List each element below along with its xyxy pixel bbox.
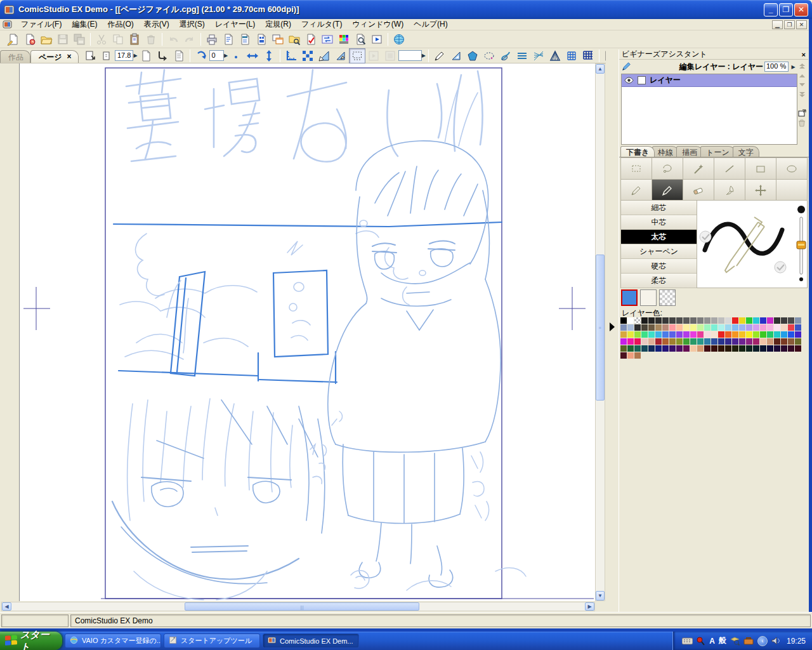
tab-page[interactable]: ページ×: [30, 50, 79, 63]
palette-swatch[interactable]: [620, 352, 627, 359]
palette-swatch[interactable]: [753, 331, 759, 338]
palette-swatch[interactable]: [739, 345, 745, 352]
task-button-1[interactable]: スタートアップツール: [164, 633, 260, 648]
palette-swatch[interactable]: [746, 324, 752, 331]
tab-close-icon[interactable]: ×: [67, 52, 72, 63]
palette-swatch[interactable]: [725, 317, 731, 324]
ruler-hide-button[interactable]: [299, 48, 316, 63]
scroll-down-button[interactable]: ▼: [596, 591, 605, 600]
ruler-preset-dropdown[interactable]: [398, 50, 422, 61]
palette-swatch[interactable]: [732, 345, 738, 352]
transfer-button[interactable]: [319, 32, 336, 47]
palette-swatch[interactable]: [781, 317, 787, 324]
lasso-tool[interactable]: [652, 158, 683, 179]
palette-swatch[interactable]: [781, 345, 787, 352]
palette-swatch[interactable]: [711, 345, 717, 352]
panel-splitter[interactable]: [606, 50, 619, 612]
story-manager-button[interactable]: [237, 32, 253, 47]
menu-item-9[interactable]: ヘルプ(H): [409, 18, 453, 30]
palette-swatch[interactable]: [725, 338, 731, 345]
hscroll-thumb[interactable]: |||: [185, 602, 419, 611]
palette-swatch[interactable]: [669, 324, 676, 331]
materials-button[interactable]: [286, 32, 303, 47]
palette-swatch[interactable]: [795, 331, 801, 338]
ellipse-tool[interactable]: [776, 158, 807, 179]
palette-swatch[interactable]: [788, 324, 794, 331]
ruler-preset-arrow[interactable]: ▶: [422, 50, 426, 61]
move-layer-up-button[interactable]: [797, 72, 806, 79]
menu-item-2[interactable]: 作品(O): [102, 18, 138, 30]
palette-swatch[interactable]: [641, 331, 648, 338]
palette-swatch[interactable]: [718, 324, 724, 331]
palette-swatch[interactable]: [704, 317, 710, 324]
pen-type-1[interactable]: 中芯: [621, 215, 697, 230]
palette-swatch[interactable]: [697, 338, 704, 345]
palette-swatch[interactable]: [711, 324, 717, 331]
palette-swatch[interactable]: [732, 317, 738, 324]
scroll-right-button[interactable]: ▶: [585, 602, 594, 611]
palette-swatch[interactable]: [641, 345, 648, 352]
palette-swatch[interactable]: [760, 317, 766, 324]
layer-color-white-swatch[interactable]: [640, 289, 657, 306]
menu-item-0[interactable]: ファイル(F): [16, 18, 67, 30]
print-button[interactable]: [204, 32, 220, 47]
palette-swatch[interactable]: [795, 324, 801, 331]
palette-swatch[interactable]: [634, 352, 641, 359]
color-settings-button[interactable]: [336, 32, 352, 47]
palette-swatch[interactable]: [676, 331, 683, 338]
mdi-minimize-button[interactable]: ▁: [772, 20, 783, 29]
palette-swatch[interactable]: [788, 338, 794, 345]
palette-swatch[interactable]: [627, 338, 634, 345]
new-story-button[interactable]: [22, 32, 38, 47]
palette-swatch[interactable]: [746, 331, 752, 338]
checker-button[interactable]: [303, 32, 319, 47]
palette-swatch[interactable]: [690, 324, 697, 331]
palette-swatch[interactable]: [718, 317, 724, 324]
menu-item-5[interactable]: レイヤー(L): [210, 18, 261, 30]
palette-swatch[interactable]: [711, 317, 717, 324]
layer-opacity-input[interactable]: 100 %: [764, 62, 789, 72]
palette-swatch[interactable]: [760, 338, 766, 345]
scroll-up-button[interactable]: ▲: [596, 64, 605, 74]
palette-swatch[interactable]: [641, 317, 648, 324]
palette-swatch[interactable]: [662, 324, 669, 331]
palette-swatch[interactable]: [683, 338, 690, 345]
palette-swatch[interactable]: [760, 331, 766, 338]
palette-swatch[interactable]: [676, 317, 683, 324]
palette-swatch[interactable]: [662, 338, 669, 345]
rotate-ccw-button[interactable]: [193, 48, 209, 63]
panel-manager-button[interactable]: [253, 32, 270, 47]
palette-swatch[interactable]: [753, 338, 759, 345]
palette-swatch[interactable]: [648, 317, 655, 324]
palette-swatch[interactable]: [753, 317, 759, 324]
palette-swatch[interactable]: [683, 345, 690, 352]
marquee-tool[interactable]: [621, 158, 652, 179]
palette-swatch[interactable]: [788, 317, 794, 324]
layout-manager-button[interactable]: [270, 32, 286, 47]
mdi-restore-button[interactable]: ❐: [784, 20, 795, 29]
palette-swatch[interactable]: [676, 338, 683, 345]
palette-swatch[interactable]: [620, 338, 627, 345]
ellipse-ruler-button[interactable]: [481, 48, 497, 63]
palette-swatch[interactable]: [767, 324, 773, 331]
tab-work[interactable]: 作品: [0, 50, 30, 63]
palette-swatch[interactable]: [725, 331, 731, 338]
palette-swatch[interactable]: [753, 345, 759, 352]
palette-swatch[interactable]: [620, 345, 627, 352]
palette-swatch[interactable]: [746, 317, 752, 324]
run-action-button[interactable]: [369, 32, 385, 47]
palette-swatch[interactable]: [781, 324, 787, 331]
palette-swatch[interactable]: [732, 324, 738, 331]
palette-swatch[interactable]: [655, 324, 662, 331]
palette-swatch[interactable]: [711, 338, 717, 345]
pointing-device-icon[interactable]: [697, 637, 705, 646]
polygon-ruler-button[interactable]: [464, 48, 481, 63]
assistant-tab-1[interactable]: 枠線: [652, 146, 679, 157]
palette-swatch[interactable]: [669, 338, 676, 345]
palette-swatch[interactable]: [739, 331, 745, 338]
palette-swatch[interactable]: [760, 324, 766, 331]
zoom-actual-button[interactable]: [98, 48, 115, 63]
eraser-tool[interactable]: [683, 180, 714, 201]
palette-swatch[interactable]: [711, 331, 717, 338]
open-button[interactable]: [38, 32, 55, 47]
